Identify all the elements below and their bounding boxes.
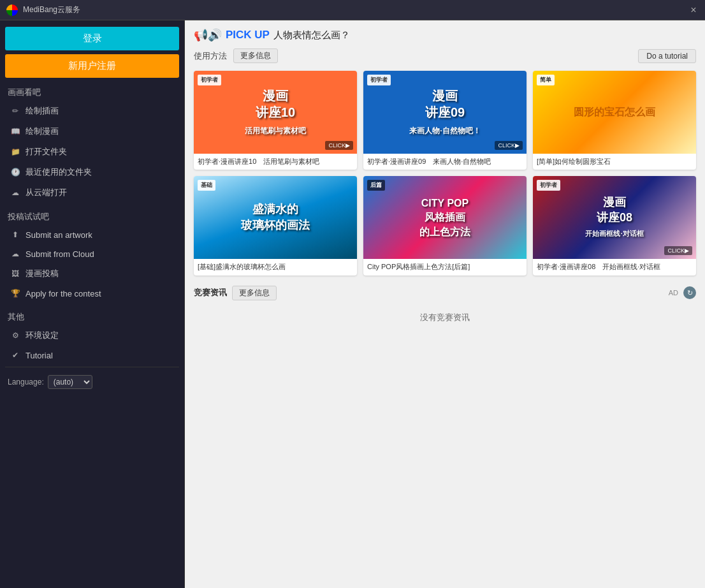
check-icon [10, 350, 20, 360]
thumb-badge-6: 初学者 [537, 180, 560, 191]
sidebar-item-manga-submit[interactable]: 漫画投稿 [5, 264, 179, 283]
sidebar-item-draw-illust[interactable]: 绘制插画 [5, 101, 179, 121]
upload-icon [10, 230, 20, 240]
login-button[interactable]: 登录 [5, 27, 179, 50]
thumb-card-3[interactable]: 简单 圆形的宝石怎么画 [简单]如何绘制圆形宝石 [533, 71, 696, 170]
usage-row: 使用方法 更多信息 Do a tutorial [194, 48, 696, 63]
section-draw-title: 画画看吧 [8, 87, 179, 98]
sidebar-item-label: Submit an artwork [25, 230, 92, 240]
thumb-click-6: CLICK▶ [664, 246, 692, 255]
thumb-caption-3: [简单]如何绘制圆形宝石 [533, 154, 696, 170]
register-button[interactable]: 新用户注册 [5, 54, 179, 78]
thumb-badge-1: 初学者 [198, 75, 221, 85]
sidebar-item-label: Tutorial [25, 351, 53, 360]
thumb-caption-1: 初学者·漫画讲座10 活用笔刷与素材吧 [194, 154, 357, 170]
thumb-card-5[interactable]: 后篇 CITY POP风格插画的上色方法 City POP风格插画上色方法[后篇… [363, 176, 527, 275]
sidebar-divider [5, 367, 179, 367]
thumb-badge-3: 简单 [537, 75, 555, 85]
usage-label: 使用方法 [194, 50, 227, 62]
sidebar-item-label: Apply for the contest [25, 289, 101, 298]
sidebar-item-label: 环境设定 [25, 330, 59, 341]
sidebar-item-open-cloud[interactable]: 从云端打开 [5, 183, 179, 202]
thumb-image-1: 初学者 漫画讲座10活用笔刷与素材吧 CLICK▶ [194, 71, 357, 154]
book-icon [10, 126, 20, 136]
sidebar-item-tutorial[interactable]: Tutorial [5, 346, 179, 364]
thumb-click-2: CLICK▶ [495, 141, 523, 150]
sidebar-item-label: 漫画投稿 [25, 268, 59, 279]
thumb-image-4: 基础 盛满水的玻璃杯的画法 [194, 176, 357, 259]
more-info-button[interactable]: 更多信息 [233, 48, 278, 63]
thumb-title-3: 圆形的宝石怎么画 [570, 102, 659, 123]
app-title: MediBang云服务 [23, 4, 80, 15]
thumb-caption-2: 初学者·漫画讲座09 来画人物·自然物吧 [363, 154, 527, 170]
contest-row: 竞赛资讯 更多信息 AD ↻ [194, 286, 696, 300]
lang-select[interactable]: (auto) English 中文 日本語 [48, 375, 92, 389]
thumb-image-6: 初学者 漫画讲座08开始画框线·对话框 CLICK▶ [533, 176, 696, 259]
thumb-image-3: 简单 圆形的宝石怎么画 [533, 71, 696, 154]
contest-more-button[interactable]: 更多信息 [232, 286, 277, 300]
section-other-title: 其他 [8, 311, 179, 323]
contest-title: 竞赛资讯 [194, 287, 227, 298]
thumb-card-2[interactable]: 初学者 漫画讲座09来画人物·自然物吧！ CLICK▶ 初学者·漫画讲座09 来… [363, 71, 527, 170]
sidebar-item-apply-contest[interactable]: Apply for the contest [5, 284, 179, 302]
thumb-image-5: 后篇 CITY POP风格插画的上色方法 [363, 176, 527, 259]
sidebar-item-label: 绘制插画 [25, 105, 59, 117]
thumbnail-grid: 初学者 漫画讲座10活用笔刷与素材吧 CLICK▶ 初学者·漫画讲座10 活用笔… [194, 71, 696, 276]
thumb-caption-4: [基础]盛满水的玻璃杯怎么画 [194, 259, 357, 275]
sidebar-item-submit-artwork[interactable]: Submit an artwork [5, 226, 179, 244]
thumb-title-6: 漫画讲座08开始画框线·对话框 [581, 191, 647, 244]
manga-icon [10, 268, 20, 279]
thumb-badge-4: 基础 [198, 180, 215, 191]
thumb-badge-5: 后篇 [367, 180, 385, 191]
cloud-upload-icon [10, 249, 20, 259]
language-row: Language: (auto) English 中文 日本語 [5, 370, 179, 389]
sidebar-item-env-setting[interactable]: 环境设定 [5, 326, 179, 345]
gear-icon [10, 330, 20, 341]
thumb-title-4: 盛满水的玻璃杯的画法 [237, 198, 314, 237]
thumb-image-2: 初学者 漫画讲座09来画人物·自然物吧！ CLICK▶ [363, 71, 527, 154]
pickup-icon: 📢🔊 [194, 28, 222, 42]
sidebar-item-submit-cloud[interactable]: Submit from Cloud [5, 245, 179, 263]
content-area: 📢🔊 PICK UP 人物表情怎么画？ 使用方法 更多信息 Do a tutor… [185, 20, 705, 588]
sidebar-item-open-folder[interactable]: 打开文件夹 [5, 142, 179, 161]
sidebar-item-label: Submit from Cloud [25, 249, 94, 259]
cloud-icon [10, 187, 20, 198]
thumb-card-4[interactable]: 基础 盛满水的玻璃杯的画法 [基础]盛满水的玻璃杯怎么画 [194, 176, 357, 275]
thumb-title-5: CITY POP风格插画的上色方法 [416, 193, 474, 243]
ad-badge: AD [669, 289, 678, 297]
pencil-icon [10, 106, 20, 116]
lang-label: Language: [8, 378, 44, 386]
sidebar-item-label: 打开文件夹 [25, 146, 67, 158]
tutorial-button[interactable]: Do a tutorial [638, 49, 696, 63]
section-submit-title: 投稿试试吧 [8, 211, 179, 223]
main-layout: 登录 新用户注册 画画看吧 绘制插画 绘制漫画 打开文件夹 最近使用的文件夹 从… [0, 20, 705, 588]
thumb-caption-5: City POP风格插画上色方法[后篇] [363, 259, 527, 275]
contest-icon [10, 288, 20, 298]
sidebar-item-recent-folder[interactable]: 最近使用的文件夹 [5, 163, 179, 182]
thumb-title-2: 漫画讲座09来画人物·自然物吧！ [405, 84, 484, 141]
no-contest-text: 没有竞赛资讯 [194, 305, 696, 330]
pickup-text: 人物表情怎么画？ [273, 29, 350, 41]
pickup-row: 📢🔊 PICK UP 人物表情怎么画？ [194, 28, 696, 42]
close-button[interactable]: × [687, 4, 700, 17]
thumb-title-1: 漫画讲座10活用笔刷与素材吧 [241, 84, 310, 141]
sidebar-item-label: 从云端打开 [25, 187, 67, 198]
sidebar-item-draw-manga[interactable]: 绘制漫画 [5, 122, 179, 141]
thumb-caption-6: 初学者·漫画讲座08 开始画框线·对话框 [533, 259, 696, 275]
refresh-button[interactable]: ↻ [683, 286, 696, 299]
pickup-label: PICK UP [226, 29, 270, 41]
thumb-card-1[interactable]: 初学者 漫画讲座10活用笔刷与素材吧 CLICK▶ 初学者·漫画讲座10 活用笔… [194, 71, 357, 170]
thumb-badge-2: 初学者 [367, 75, 391, 85]
thumb-click-1: CLICK▶ [325, 141, 353, 150]
app-logo [6, 4, 18, 16]
sidebar-item-label: 绘制漫画 [25, 126, 59, 137]
recent-icon [10, 167, 20, 177]
sidebar-item-label: 最近使用的文件夹 [25, 166, 92, 178]
sidebar: 登录 新用户注册 画画看吧 绘制插画 绘制漫画 打开文件夹 最近使用的文件夹 从… [0, 20, 185, 588]
thumb-card-6[interactable]: 初学者 漫画讲座08开始画框线·对话框 CLICK▶ 初学者·漫画讲座08 开始… [533, 176, 696, 275]
folder-icon [10, 147, 20, 157]
titlebar: MediBang云服务 × [0, 0, 705, 20]
